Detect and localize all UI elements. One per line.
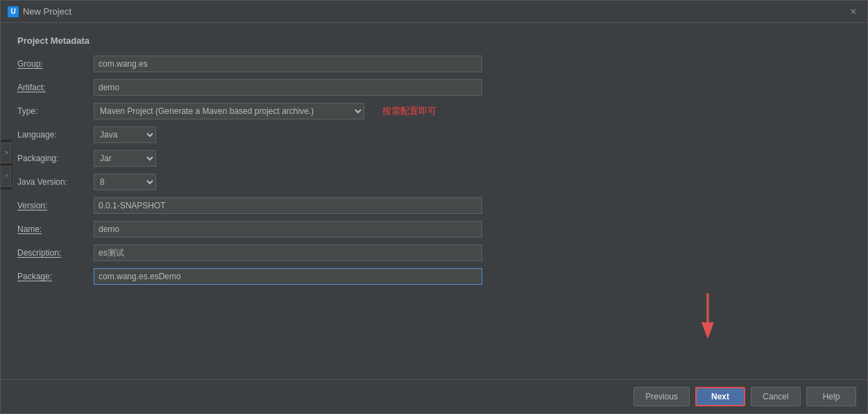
group-input[interactable] xyxy=(94,56,482,72)
sidebar-hint: A C xyxy=(1,140,12,190)
description-label: Description: xyxy=(17,248,94,258)
form-content: Project Metadata Group: Artifact: Type: … xyxy=(1,23,867,379)
type-row: Maven Project (Generate a Maven based pr… xyxy=(94,103,503,119)
version-label: Version: xyxy=(17,201,94,210)
title-bar: U New Project × xyxy=(1,1,867,23)
group-label: Group: xyxy=(17,59,94,69)
sidebar-tab-c[interactable]: C xyxy=(1,166,11,187)
language-row: Java Kotlin Groovy xyxy=(94,126,503,143)
description-input[interactable] xyxy=(94,245,482,261)
new-project-dialog: U New Project × Project Metadata Group: … xyxy=(0,0,868,414)
title-bar-left: U New Project xyxy=(8,6,71,17)
java-version-row: 8 11 17 xyxy=(94,174,503,190)
sidebar-tab-a[interactable]: A xyxy=(1,142,11,163)
type-label: Type: xyxy=(17,106,94,116)
dialog-title: New Project xyxy=(23,6,71,17)
artifact-input[interactable] xyxy=(94,79,482,96)
help-button[interactable]: Help xyxy=(806,387,856,406)
package-input[interactable] xyxy=(94,268,482,285)
java-version-label: Java Version: xyxy=(17,177,94,187)
packaging-row: Jar War xyxy=(94,150,503,167)
cancel-button[interactable]: Cancel xyxy=(751,387,801,406)
section-title: Project Metadata xyxy=(17,35,851,46)
form-grid: Group: Artifact: Type: Maven Project (Ge… xyxy=(17,56,503,285)
language-select[interactable]: Java Kotlin Groovy xyxy=(94,126,156,143)
previous-button[interactable]: Previous xyxy=(633,387,690,406)
java-version-select[interactable]: 8 11 17 xyxy=(94,174,156,190)
annotation-text: 按需配置即可 xyxy=(382,105,436,117)
app-icon: U xyxy=(8,6,19,17)
close-button[interactable]: × xyxy=(846,5,860,19)
language-label: Language: xyxy=(17,130,94,140)
type-select[interactable]: Maven Project (Generate a Maven based pr… xyxy=(94,103,364,119)
next-button[interactable]: Next xyxy=(695,387,745,406)
name-input[interactable] xyxy=(94,221,482,238)
artifact-label: Artifact: xyxy=(17,83,94,92)
name-label: Name: xyxy=(17,224,94,234)
packaging-select[interactable]: Jar War xyxy=(94,150,156,167)
footer: Previous Next Cancel Help xyxy=(1,379,867,413)
package-label: Package: xyxy=(17,272,94,281)
packaging-label: Packaging: xyxy=(17,154,94,163)
version-input[interactable] xyxy=(94,197,482,214)
